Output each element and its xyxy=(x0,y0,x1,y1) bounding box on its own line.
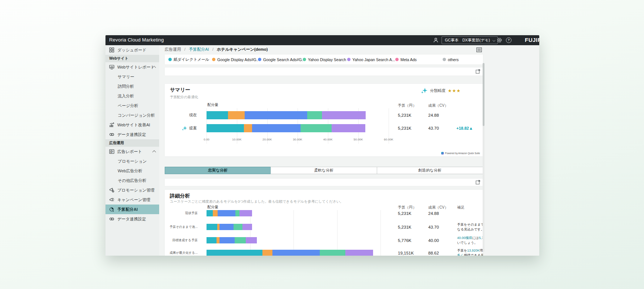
detail-widget-toolbar xyxy=(165,179,483,186)
summary-title: サマリー xyxy=(170,87,190,93)
chevron-up-icon[interactable] xyxy=(152,150,156,154)
legend-dot xyxy=(212,58,215,61)
breadcrumb: 広告運用 / 予算配分AI / ホテルキャンペーン(demo) xyxy=(159,45,539,54)
proposal-allocation-bar[interactable] xyxy=(207,124,389,132)
fujifilm-logo: FUJIFILM xyxy=(525,37,539,43)
expand-icon[interactable] xyxy=(476,69,480,74)
campaign-manage-icon xyxy=(109,197,115,202)
chevron-down-icon xyxy=(492,39,495,42)
data-link-icon xyxy=(109,132,115,137)
note-goal-budget: 40.00獲得には5,776Kの予算をこのように配分するとよいでしょう。 xyxy=(457,236,483,245)
app-window: Revoria Cloud Marketing GC事本 DX事業部(デモ) ?… xyxy=(105,35,539,256)
sidebar-item-promotion-manage[interactable]: プロモーション管理 xyxy=(105,185,159,195)
org-selector[interactable]: GC事本 DX事業部(デモ) xyxy=(442,36,498,44)
sidebar-item-page-analysis[interactable]: ページ分析 xyxy=(105,101,159,110)
sidebar-item-visit-analysis[interactable]: 訪問分析 xyxy=(105,82,159,91)
sidebar-item-data-link-2[interactable]: データ連携設定 xyxy=(105,214,159,224)
sidebar-section-website: Webサイト xyxy=(105,55,159,62)
budget-value: 5,231K xyxy=(398,225,411,229)
budget-header: 予算（円） xyxy=(398,103,416,108)
data-link-icon xyxy=(109,216,115,222)
tab-flexible-analysis[interactable]: 柔軟な分析 xyxy=(271,167,377,174)
cv-diff-badge: +18.82▲ xyxy=(456,126,473,130)
legend-item: others xyxy=(443,57,459,62)
detail-row-label: 予算そのままで改... xyxy=(165,224,201,230)
sidebar-item-dashboard[interactable]: ダッシュボード xyxy=(105,45,159,55)
sparkle-icon xyxy=(182,126,188,131)
person-icon[interactable] xyxy=(433,37,439,43)
budget-value: 5,231K xyxy=(398,113,411,117)
current-allocation-bar[interactable] xyxy=(207,111,389,119)
detail-bar-goal-budget[interactable] xyxy=(207,237,380,243)
cv-value: 43.70 xyxy=(428,126,439,130)
sidebar-item-campaign-manage[interactable]: キャンペーン管理 xyxy=(105,195,159,205)
tab-faithful-analysis[interactable]: 忠実な分析 xyxy=(165,167,271,174)
row-label-current: 現在 xyxy=(165,111,201,119)
legend-dot xyxy=(303,58,306,61)
breadcrumb-current-campaign: ホテルキャンペーン(demo) xyxy=(217,47,268,52)
budget-ai-icon xyxy=(109,207,115,212)
sidebar-item-summary[interactable]: サマリー xyxy=(105,72,159,82)
detail-row-label: 成果が最大化する... xyxy=(165,250,201,256)
breadcrumb-budget-ai[interactable]: 予算配分AI xyxy=(189,47,209,52)
quick-suite-logo xyxy=(441,152,444,155)
cv-value: 40.00 xyxy=(428,238,439,243)
breadcrumb-ad-operation[interactable]: 広告運用 xyxy=(165,47,181,52)
page-list-icon[interactable] xyxy=(476,47,482,52)
detail-analysis-card: 詳細分析 ユースケースごとに精度差のあるモデルを3つ作成しました。最も信頼できる… xyxy=(165,190,483,256)
web-report-icon xyxy=(109,64,115,70)
legend-item: 紙ダイレクトメール xyxy=(168,57,212,62)
svg-text:AD: AD xyxy=(110,152,113,153)
gear-icon[interactable] xyxy=(497,37,502,43)
legend-dot xyxy=(395,58,399,61)
vertical-scrollbar[interactable] xyxy=(483,63,484,252)
sidebar-item-ad-report[interactable]: AD 広告レポート xyxy=(105,147,159,156)
legend-dot xyxy=(168,58,172,61)
summary-widget-toolbar xyxy=(165,67,483,76)
sidebar: ダッシュボード Webサイト Webサイトレポート サマリー 訪問分析 流入分析… xyxy=(105,45,160,256)
expand-icon[interactable] xyxy=(476,180,480,185)
detail-bar-current-budget[interactable] xyxy=(207,210,380,216)
analysis-tabs: 忠実な分析 柔軟な分析 創造的な分析 xyxy=(165,167,483,174)
detail-title: 詳細分析 xyxy=(170,193,190,199)
detail-bar-max-result-budget[interactable] xyxy=(207,250,380,256)
legend-dot xyxy=(443,58,446,61)
top-bar: Revoria Cloud Marketing GC事本 DX事業部(デモ) ?… xyxy=(105,35,539,45)
web-improve-ai-icon xyxy=(109,122,115,127)
sidebar-item-budget-ai[interactable]: 予算配分AI xyxy=(105,205,159,214)
row-label-proposal: 提案 xyxy=(165,124,201,132)
legend-item: Yahoo Japan Search A... xyxy=(347,57,395,62)
legend-dot xyxy=(258,58,261,61)
legend-item: Meta Ads xyxy=(395,57,443,62)
help-icon[interactable]: ? xyxy=(506,37,511,43)
sidebar-item-inflow-analysis[interactable]: 流入分析 xyxy=(105,91,159,101)
legend-item: Google Display Ads#G... xyxy=(212,57,258,62)
sidebar-item-promotion[interactable]: プロモーション xyxy=(105,156,159,166)
axis-title: 配分量 xyxy=(207,102,218,107)
sidebar-item-web-report[interactable]: Webサイトレポート xyxy=(105,62,159,72)
sidebar-item-web-improve-ai[interactable]: Webサイト改善AI xyxy=(105,120,159,130)
note-header: 補足 xyxy=(457,205,464,210)
note-same-budget: 予算をそのままで再配分すると現在より18.82CV多くなる見込みです。 xyxy=(457,222,483,232)
tab-creative-analysis[interactable]: 創造的な分析 xyxy=(377,167,483,174)
main-area: 広告運用 / 予算配分AI / ホテルキャンペーン(demo) 紙ダイレクトメー… xyxy=(159,45,539,256)
detail-row-label: 目標達成する予算 xyxy=(165,237,201,243)
sidebar-item-web-ad-analysis[interactable]: Web広告分析 xyxy=(105,166,159,176)
detail-bar-same-budget[interactable] xyxy=(207,224,380,230)
scrollbar-thumb[interactable] xyxy=(483,63,484,126)
legend-item: Yahoo Display Search ... xyxy=(303,57,347,62)
sidebar-section-ad-operation: 広告運用 xyxy=(105,139,159,147)
note-max-result-budget: 予算を13,920K増やして再配分すると、現在より63.76多く獲得できる見込み… xyxy=(457,248,483,256)
classification-accuracy: 分類精度 ★★★ xyxy=(421,87,461,94)
dashboard-icon xyxy=(109,47,115,53)
sparkle-icon xyxy=(421,87,428,94)
cv-value: 88.62 xyxy=(428,251,439,255)
sidebar-item-other-ad-analysis[interactable]: その他広告分析 xyxy=(105,176,159,185)
summary-subtitle: 予算配分の最適化 xyxy=(170,95,198,100)
cv-header: 成果（CV） xyxy=(428,103,448,108)
ad-report-icon: AD xyxy=(109,149,115,154)
budget-header: 予算（円） xyxy=(398,205,416,210)
sidebar-item-data-link[interactable]: データ連携設定 xyxy=(105,130,159,139)
axis-title: 配分量 xyxy=(207,205,218,210)
sidebar-item-conversion-analysis[interactable]: コンバージョン分析 xyxy=(105,110,159,120)
